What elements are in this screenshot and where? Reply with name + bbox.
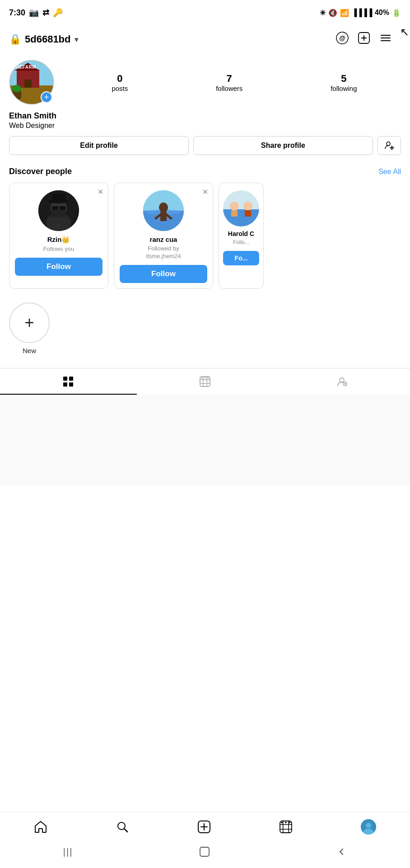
svg-rect-50	[200, 383, 210, 384]
svg-rect-43	[69, 377, 73, 381]
header: 🔒 5d6681bd ▾ @ ↖	[0, 24, 410, 55]
tab-reels[interactable]	[137, 368, 274, 395]
svg-text:@: @	[339, 34, 345, 42]
status-left: 7:30 📷 ⇄ 🔑	[9, 8, 63, 18]
new-story-label: New	[23, 347, 36, 354]
discover-card-1: ✕	[9, 183, 108, 289]
card-sub-3: Follo...	[223, 239, 259, 246]
add-icon	[197, 820, 211, 834]
svg-point-52	[205, 377, 206, 378]
add-post-icon[interactable]	[358, 32, 370, 47]
nav-reels[interactable]	[277, 818, 294, 835]
svg-line-59	[124, 829, 127, 832]
tagged-icon	[336, 376, 348, 387]
tab-tagged[interactable]	[273, 368, 410, 395]
sys-nav-back[interactable]	[334, 844, 349, 859]
story-section: + New	[0, 293, 410, 359]
chevron-down-icon[interactable]: ▾	[75, 35, 78, 44]
wifi-icon: 📶	[340, 9, 349, 17]
avatar-container[interactable]: KHEFARM +	[9, 60, 54, 105]
new-story-button[interactable]: +	[9, 302, 50, 343]
signal-icon: ▐▐▐▐	[352, 9, 372, 17]
avatar-mask-image: F	[38, 190, 79, 231]
svg-rect-47	[203, 377, 204, 387]
svg-rect-64	[283, 821, 284, 833]
add-friend-button[interactable]	[377, 136, 401, 155]
card-avatar-3	[223, 190, 259, 226]
home-icon	[34, 820, 47, 834]
profile-name: Ethan Smith	[9, 111, 401, 121]
nav-profile-avatar	[361, 819, 376, 835]
bottom-nav-items	[0, 812, 410, 839]
svg-rect-45	[69, 382, 73, 387]
profile-top: KHEFARM + 0 posts 7 followers 5 fo	[9, 60, 401, 105]
svg-point-72	[366, 823, 371, 828]
nav-add[interactable]	[196, 818, 213, 835]
add-avatar-button[interactable]: +	[41, 91, 52, 103]
svg-rect-25	[59, 206, 65, 210]
svg-rect-67	[280, 829, 292, 830]
svg-point-32	[159, 203, 168, 212]
battery-level: 40%	[375, 9, 389, 17]
svg-rect-37	[223, 209, 259, 226]
sys-nav-home[interactable]	[197, 844, 212, 859]
svg-rect-42	[63, 377, 67, 381]
sim-icon: ⇄	[42, 8, 49, 18]
header-left[interactable]: 🔒 5d6681bd ▾	[9, 33, 78, 45]
nav-home[interactable]	[32, 818, 49, 835]
follow-button-3[interactable]: Fo...	[223, 251, 259, 265]
profile-stats: 0 posts 7 followers 5 following	[68, 73, 401, 92]
posts-count: 0	[117, 73, 122, 85]
close-card-2-button[interactable]: ✕	[202, 188, 208, 196]
sys-back-icon	[336, 846, 347, 857]
nav-profile[interactable]	[359, 817, 378, 836]
discover-card-2: ✕ ranz cua Followed by i	[114, 183, 213, 289]
follow-button-1[interactable]: Follow	[15, 258, 102, 276]
see-all-button[interactable]: See All	[378, 168, 401, 176]
discover-cards: ✕	[9, 183, 401, 289]
card-avatar-1: F	[38, 190, 79, 231]
posts-label: posts	[112, 85, 128, 92]
svg-rect-12	[24, 80, 32, 88]
grid-icon	[62, 376, 74, 387]
card-name-2: ranz cua	[150, 236, 177, 243]
key-icon: 🔑	[53, 8, 63, 18]
lock-icon: 🔒	[9, 33, 21, 45]
profile-section: KHEFARM + 0 posts 7 followers 5 fo	[0, 55, 410, 162]
svg-rect-24	[52, 206, 58, 210]
posts-stat[interactable]: 0 posts	[112, 73, 128, 92]
follow-button-2[interactable]: Follow	[120, 265, 207, 283]
mute-icon: 🔇	[328, 9, 337, 17]
threads-icon[interactable]: @	[336, 32, 349, 47]
camera-icon: 📷	[29, 8, 39, 18]
card-sub-2: Followed by itsme.jhem24	[146, 245, 181, 260]
svg-rect-49	[200, 379, 210, 380]
profile-buttons: Edit profile Share profile	[9, 136, 401, 155]
search-icon	[116, 820, 129, 834]
svg-rect-74	[200, 847, 209, 856]
tab-grid[interactable]	[0, 368, 137, 395]
svg-rect-33	[160, 212, 167, 221]
svg-rect-39	[231, 210, 238, 217]
sys-home-icon	[199, 846, 210, 857]
followers-stat[interactable]: 7 followers	[216, 73, 242, 92]
edit-profile-button[interactable]: Edit profile	[9, 136, 189, 155]
svg-point-38	[230, 202, 239, 211]
share-profile-button[interactable]: Share profile	[193, 136, 373, 155]
close-card-1-button[interactable]: ✕	[98, 188, 103, 196]
sys-nav-menu[interactable]: |||	[61, 845, 75, 859]
discover-header: Discover people See All	[9, 167, 401, 176]
following-stat[interactable]: 5 following	[331, 73, 357, 92]
svg-rect-41	[245, 210, 251, 217]
followers-count: 7	[227, 73, 232, 85]
card-avatar-2	[143, 190, 184, 231]
menu-icon[interactable]	[379, 32, 392, 47]
svg-text:KHEFARM: KHEFARM	[12, 65, 36, 70]
username-label[interactable]: 5d6681bd	[25, 33, 71, 45]
discover-card-3: Harold C Follo... Fo...	[219, 183, 264, 289]
nav-search[interactable]	[114, 818, 131, 835]
grid-empty	[0, 395, 410, 485]
status-right: ✳ 🔇 📶 ▐▐▐▐ 40% 🔋	[320, 9, 401, 17]
new-story: + New	[9, 302, 50, 354]
svg-point-70	[289, 822, 290, 824]
